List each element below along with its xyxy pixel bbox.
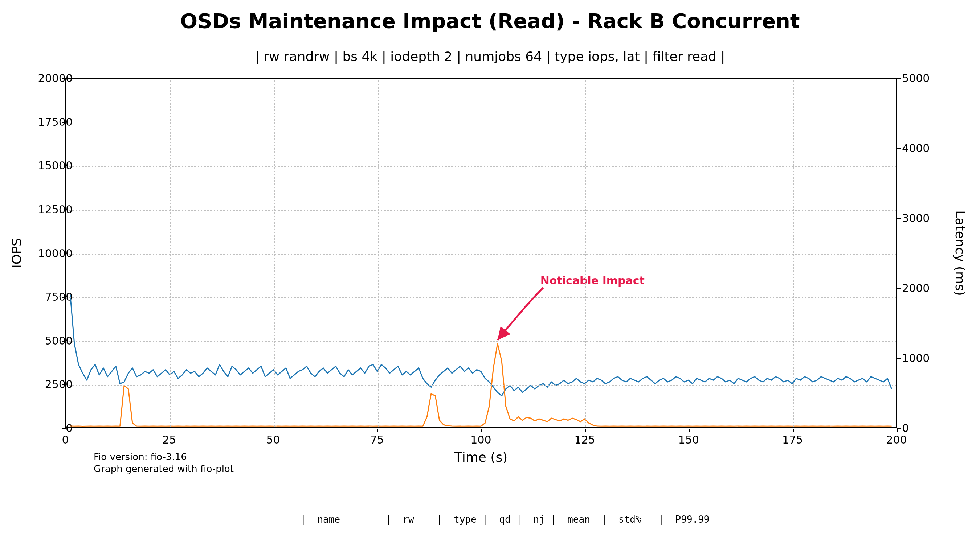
- annotation-text: Noticable Impact: [541, 274, 644, 287]
- x-tick-label: 150: [667, 433, 711, 446]
- x-tick-label: 200: [875, 433, 918, 446]
- y-right-ticks: 010002000300040005000: [897, 78, 947, 428]
- x-tick-label: 75: [355, 433, 399, 446]
- footer-generator: Graph generated with fio-plot: [94, 463, 234, 474]
- plot-area: Noticable Impact: [65, 78, 897, 428]
- x-tick-label: 50: [251, 433, 295, 446]
- legend-swatch-blank: [270, 519, 296, 520]
- footer-fio-version: Fio version: fio-3.16: [94, 452, 187, 462]
- legend: | name | rw | type | qd | nj | mean | st…: [0, 492, 980, 544]
- y-right-axis-label: Latency (ms): [953, 210, 968, 296]
- x-axis-label: Time (s): [65, 450, 897, 465]
- y-right-tick-label: 3000: [902, 212, 942, 225]
- chart-page: OSDs Maintenance Impact (Read) - Rack B …: [0, 0, 980, 544]
- y-right-tick-label: 4000: [902, 142, 942, 154]
- legend-header-text: | name | rw | type | qd | nj | mean | st…: [300, 514, 709, 525]
- legend-header-row: | name | rw | type | qd | nj | mean | st…: [0, 513, 980, 525]
- x-tick-label: 0: [43, 433, 87, 446]
- x-tick-label: 125: [563, 433, 606, 446]
- x-tick-label: 100: [459, 433, 503, 446]
- y-right-tick-label: 1000: [902, 352, 942, 365]
- y-left-ticks: 02500500075001000012500150001750020000: [11, 78, 33, 428]
- series-svg: [66, 79, 896, 427]
- chart-title: OSDs Maintenance Impact (Read) - Rack B …: [0, 9, 980, 33]
- y-right-tick-label: 0: [902, 422, 942, 435]
- x-ticks: 0255075100125150175200: [65, 433, 897, 448]
- y-right-tick-label: 2000: [902, 282, 942, 295]
- chart-subtitle: | rw randrw | bs 4k | iodepth 2 | numjob…: [0, 49, 980, 64]
- y-right-tick-label: 5000: [902, 72, 942, 84]
- x-tick-label: 25: [147, 433, 191, 446]
- x-tick-label: 175: [771, 433, 815, 446]
